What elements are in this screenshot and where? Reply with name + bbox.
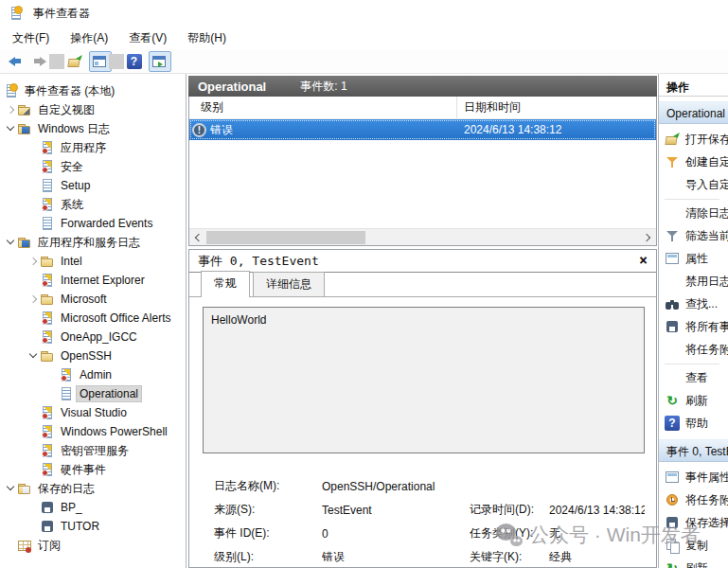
toolbar-button[interactable] [5, 51, 27, 72]
action-item[interactable]: 导入自定义视图... [659, 173, 728, 196]
tree-item[interactable]: 应用程序和服务日志 [0, 233, 186, 252]
toolbar-button[interactable] [64, 51, 87, 72]
field-value: 2024/6/13 14:38:12 [549, 504, 645, 517]
tab-general[interactable]: 常规 [201, 271, 250, 297]
tree-item[interactable]: Windows 日志 [0, 119, 186, 138]
tree-item[interactable]: Intel [0, 252, 186, 271]
action-item[interactable]: 将任务附加到此事件... [659, 488, 728, 511]
field-value: 错误 [322, 549, 470, 565]
actions-section-log[interactable]: Operational [659, 101, 728, 124]
action-item[interactable]: 打开保存的日志... [659, 128, 728, 151]
tree-item[interactable]: 安全 [0, 157, 186, 176]
forward-arrow-icon [32, 54, 47, 69]
tree-item[interactable]: Windows PowerShell [0, 422, 186, 441]
log-plain-icon [40, 216, 55, 231]
expand-chevron-icon[interactable] [4, 103, 17, 116]
tree-item[interactable]: 密钥管理服务 [0, 441, 186, 460]
event-pane-title: 事件 0, TestEvent [198, 253, 319, 270]
scroll-right-icon[interactable] [639, 229, 656, 246]
tree-item[interactable]: 系统 [0, 195, 186, 214]
actions-list: 打开保存的日志... 创建自定义视图... 导入自定义视图... [659, 124, 728, 435]
event-message-box[interactable]: HelloWorld [203, 307, 645, 453]
tree-item[interactable]: TUTOR [0, 517, 186, 536]
tree-item-label: 应用程序 [58, 139, 109, 157]
action-item[interactable]: 筛选当前日志... [659, 224, 728, 247]
tree-item-label: Forwarded Events [58, 216, 155, 231]
expand-chevron-icon[interactable] [4, 122, 17, 135]
expand-chevron-icon[interactable] [4, 236, 17, 249]
tree-item-label: Setup [58, 178, 93, 193]
action-item[interactable]: 查找... [659, 293, 728, 315]
tree-item[interactable]: Internet Explorer [0, 271, 186, 290]
tree-item[interactable]: Visual Studio [0, 403, 186, 422]
sep-icon [109, 54, 124, 69]
column-level[interactable]: 级别 [189, 97, 457, 118]
action-item[interactable]: 复制 [659, 534, 728, 557]
event-table: 级别 日期和时间 错误 2024/6/13 14:38:12 [188, 97, 657, 246]
tree-item[interactable]: Microsoft [0, 290, 186, 309]
scroll-left-icon[interactable] [189, 229, 206, 246]
action-item[interactable]: 创建自定义视图... [659, 151, 728, 173]
action-icon [665, 205, 680, 221]
log-badge-icon [40, 443, 55, 458]
toolbar-button[interactable] [54, 51, 62, 72]
column-datetime[interactable]: 日期和时间 [457, 99, 656, 115]
action-item[interactable]: 帮助 [659, 412, 728, 435]
expand-chevron-icon[interactable] [27, 255, 40, 268]
tree-item[interactable]: Admin [0, 365, 186, 384]
tree-item[interactable]: 硬件事件 [0, 460, 186, 479]
tree-item-label: 自定义视图 [35, 101, 98, 119]
action-item[interactable]: 查看 [659, 366, 728, 389]
action-item[interactable]: 将所有事件另存为... [659, 315, 728, 338]
field-label: 事件 ID(E): [214, 525, 322, 541]
toolbar-button[interactable] [149, 51, 171, 72]
tree-item[interactable]: OpenSSH [0, 346, 186, 365]
action-item[interactable]: 将任务附加到此日志... [659, 338, 728, 361]
tree-item[interactable]: 应用程序 [0, 138, 186, 157]
table-row[interactable]: 错误 2024/6/13 14:38:12 [189, 119, 656, 140]
log-plain-icon [59, 386, 74, 401]
tree-item[interactable]: 订阅 [0, 536, 186, 555]
field-value: 经典 [549, 549, 645, 565]
tree-item[interactable]: 保存的日志 [0, 479, 186, 498]
close-icon[interactable]: × [639, 254, 648, 268]
tree-item[interactable]: Setup [0, 176, 186, 195]
action-item[interactable]: 清除日志... [659, 202, 728, 224]
action-item[interactable]: 刷新 [659, 389, 728, 412]
tree-item[interactable]: Operational [0, 384, 186, 403]
menu-item[interactable]: 查看(V) [118, 27, 177, 49]
action-item[interactable]: 属性 [659, 247, 728, 270]
tab-details[interactable]: 详细信息 [253, 272, 325, 296]
log-badge-icon [40, 140, 55, 155]
field-label: 级别(L): [214, 549, 322, 565]
tree-item[interactable]: Microsoft Office Alerts [0, 309, 186, 328]
horizontal-scrollbar[interactable] [189, 228, 656, 245]
tree-item[interactable]: 事件查看器 (本地) [0, 81, 186, 100]
action-item[interactable]: 禁用日志 [659, 270, 728, 293]
log-badge-icon [40, 405, 55, 420]
tree-item[interactable]: 自定义视图 [0, 100, 186, 119]
action-label: 禁用日志 [685, 274, 728, 290]
tree-item[interactable]: Forwarded Events [0, 214, 186, 233]
toolbar-button[interactable] [124, 51, 147, 72]
actions-section-event[interactable]: 事件 0, TestEvent [659, 439, 728, 462]
toolbar-button[interactable] [114, 51, 122, 72]
tree-item-label: OneApp_IGCC [58, 329, 140, 345]
menu-item[interactable]: 文件(F) [2, 27, 60, 49]
menu-item[interactable]: 帮助(H) [177, 27, 237, 49]
actions-title: 操作 [659, 78, 728, 97]
window-title: 事件查看器 [33, 6, 90, 22]
expand-chevron-icon[interactable] [27, 293, 40, 306]
folder-icon [40, 292, 55, 307]
event-field-row: 事件 ID(E): 0 任务类别(Y): 无 [203, 522, 645, 545]
tree-item[interactable]: OneApp_IGCC [0, 328, 186, 346]
tree-item[interactable]: BP_ [0, 498, 186, 517]
menu-item[interactable]: 操作(A) [60, 27, 118, 49]
action-item[interactable]: 刷新 [659, 557, 728, 568]
action-item[interactable]: 保存选择的事件... [659, 511, 728, 534]
expand-chevron-icon[interactable] [27, 349, 40, 363]
action-label: 刷新 [685, 560, 708, 568]
action-item[interactable]: 事件属性 [659, 466, 728, 488]
scrollbar-thumb[interactable] [206, 231, 365, 244]
expand-chevron-icon[interactable] [4, 482, 17, 495]
